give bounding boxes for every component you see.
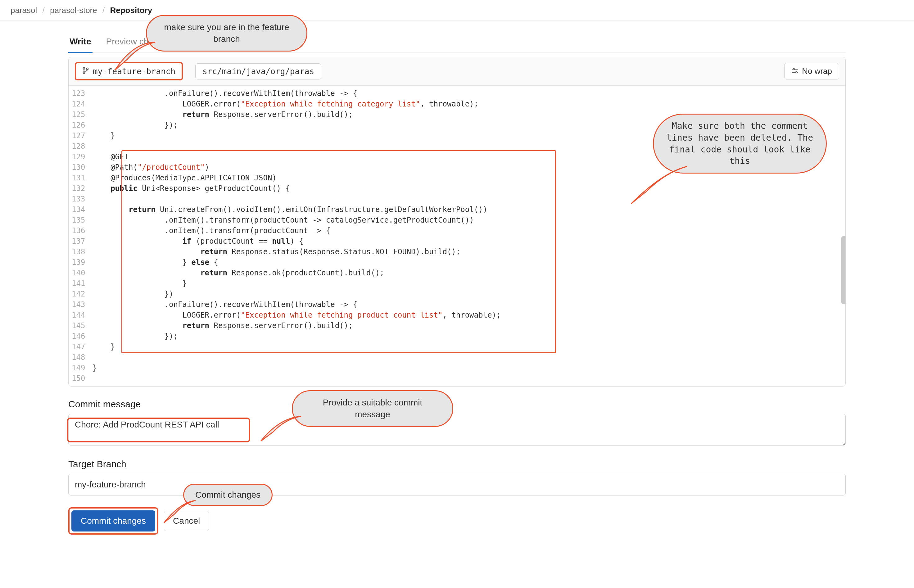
editor-header: my-feature-branch src/main/java/org/para… [69, 57, 845, 86]
breadcrumb-separator: / [42, 6, 45, 15]
branch-selector[interactable]: my-feature-branch [75, 62, 183, 81]
tab-write[interactable]: Write [68, 37, 92, 53]
code-content[interactable]: .onFailure().recoverWithItem(throwable -… [89, 86, 845, 386]
breadcrumb-item[interactable]: parasol-store [50, 6, 97, 15]
breadcrumb: parasol / parasol-store / Repository [0, 0, 914, 21]
svg-point-0 [83, 67, 85, 69]
target-branch-input[interactable] [68, 474, 846, 496]
svg-point-2 [87, 68, 89, 70]
git-branch-icon [82, 66, 89, 76]
wrap-toggle-label: No wrap [802, 66, 832, 76]
commit-changes-button[interactable]: Commit changes [71, 510, 155, 531]
tabs: Write Preview chang [68, 33, 846, 53]
tab-preview[interactable]: Preview chang [105, 37, 165, 52]
editor-panel: my-feature-branch src/main/java/org/para… [68, 57, 846, 386]
file-path[interactable]: src/main/java/org/paras [195, 63, 321, 79]
svg-point-6 [796, 72, 797, 73]
breadcrumb-separator: / [102, 6, 105, 15]
breadcrumb-item[interactable]: parasol [11, 6, 37, 15]
wrap-toggle[interactable]: No wrap [784, 63, 839, 79]
svg-point-4 [793, 69, 795, 70]
code-editor[interactable]: 1231241251261271281291301311321331341351… [69, 86, 845, 386]
branch-name: my-feature-branch [93, 67, 175, 76]
target-branch-label: Target Branch [68, 459, 846, 469]
sliders-icon [791, 66, 799, 76]
editor-scrollbar[interactable] [841, 236, 846, 304]
cancel-button[interactable]: Cancel [164, 511, 209, 531]
commit-button-highlight: Commit changes [68, 507, 158, 535]
commit-message-input[interactable] [68, 414, 846, 446]
line-number-gutter: 1231241251261271281291301311321331341351… [69, 86, 89, 386]
breadcrumb-current: Repository [110, 6, 152, 15]
commit-message-label: Commit message [68, 399, 846, 409]
